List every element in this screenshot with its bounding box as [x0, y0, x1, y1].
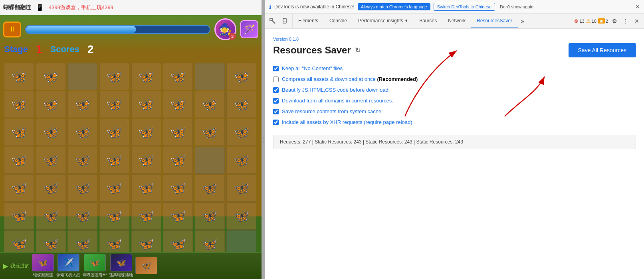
- grid-cell[interactable]: 🦋: [36, 119, 66, 146]
- close-notification-button[interactable]: ✕: [635, 4, 640, 10]
- grid-cell[interactable]: 🦋: [163, 147, 193, 174]
- grid-cell[interactable]: 🦋: [163, 202, 193, 230]
- grid-cell[interactable]: 🦋: [4, 91, 34, 118]
- option-text-2: Compress all assets & download at once (…: [282, 76, 418, 82]
- dont-show-again-link[interactable]: Don't show again: [500, 4, 533, 9]
- grid-cell[interactable]: 🦋: [131, 202, 161, 230]
- grid-cell[interactable]: 🦋: [4, 230, 34, 252]
- grid-cell[interactable]: 🦋: [4, 63, 34, 90]
- tab-performance[interactable]: Performance insights 𝚲: [353, 14, 414, 28]
- taskbar-item[interactable]: 🦋: [135, 257, 157, 275]
- grid-cell[interactable]: 🦋: [36, 147, 66, 174]
- grid-cell[interactable]: 🦋: [131, 91, 161, 118]
- grid-cell[interactable]: 🦋: [67, 175, 97, 202]
- settings-button[interactable]: ⚙: [610, 16, 619, 26]
- grid-cell[interactable]: 🦋: [195, 202, 225, 230]
- grid-cell[interactable]: 🦋: [67, 202, 97, 230]
- option-checkbox-4[interactable]: [273, 98, 279, 104]
- notification-text: DevTools is now available in Chinese!: [274, 4, 355, 10]
- option-text-4: Download from all domains in current res…: [282, 98, 393, 104]
- taskbar-thumb: 🦋: [32, 254, 54, 271]
- option-checkbox-2[interactable]: [273, 77, 279, 82]
- grid-cell[interactable]: 🦋: [226, 63, 256, 90]
- taskbar-item[interactable]: 🦋 逃离蝴蝶陆地: [109, 254, 133, 278]
- grid-cell[interactable]: 🦋: [163, 91, 193, 118]
- grid-cell[interactable]: 🦋: [67, 119, 97, 146]
- grid-cell[interactable]: 🦋: [226, 147, 256, 174]
- grid-cell[interactable]: 🦋: [4, 119, 34, 146]
- grid-cell[interactable]: 🦋: [163, 119, 193, 146]
- taskbar-text: 像素飞机大战: [56, 272, 80, 278]
- grid-cell[interactable]: 🦋: [99, 91, 129, 118]
- save-all-resources-button[interactable]: Save All Resources: [569, 43, 636, 57]
- grid-cell[interactable]: 🦋: [131, 230, 161, 252]
- grid-cell[interactable]: 🦋: [226, 91, 256, 118]
- grid-cell[interactable]: 🦋: [195, 119, 225, 146]
- grid-cell[interactable]: 🦋: [67, 91, 97, 118]
- taskbar-thumb: 🦋: [84, 254, 106, 271]
- game-hud: ⏸ 🧙 3 🪄: [0, 15, 262, 43]
- match-language-button[interactable]: Always match Chrome's language: [358, 3, 430, 10]
- switch-devtools-button[interactable]: Switch DevTools to Chinese: [434, 3, 495, 11]
- grid-cell[interactable]: [195, 63, 225, 90]
- grid-cell[interactable]: 🦋: [131, 119, 161, 146]
- grid-cell[interactable]: 🦋: [4, 202, 34, 230]
- grid-cell[interactable]: 🦋: [195, 175, 225, 202]
- grid-cell[interactable]: 🦋: [131, 147, 161, 174]
- grid-cell[interactable]: 🦋: [67, 147, 97, 174]
- game-title: 蝴蝶翻翻连: [3, 4, 31, 11]
- grid-cell[interactable]: 🦋: [226, 202, 256, 230]
- grid-cell[interactable]: 🦋: [163, 230, 193, 252]
- close-devtools-button[interactable]: ✕: [632, 16, 642, 26]
- taskbar-arrow-icon[interactable]: ▶: [3, 262, 8, 270]
- grid-cell[interactable]: 🦋: [4, 175, 34, 202]
- grid-cell[interactable]: [195, 147, 225, 174]
- grid-cell[interactable]: [67, 63, 97, 90]
- grid-cell[interactable]: 🦋: [99, 63, 129, 90]
- option-checkbox-3[interactable]: [273, 87, 279, 93]
- panel-divider[interactable]: [262, 0, 265, 279]
- grid-cell[interactable]: [226, 230, 256, 252]
- option-checkbox-1[interactable]: [273, 66, 279, 71]
- more-options-button[interactable]: ⋮: [621, 16, 630, 26]
- tab-elements[interactable]: Elements: [293, 14, 324, 28]
- tab-sources[interactable]: Sources: [414, 14, 442, 28]
- grid-cell[interactable]: 🦋: [226, 119, 256, 146]
- grid-cell[interactable]: 🦋: [36, 63, 66, 90]
- grid-cell[interactable]: 🦋: [99, 147, 129, 174]
- game-link[interactable]: 4399游戏盒，手机上玩4399: [49, 4, 113, 11]
- grid-cell[interactable]: 🦋: [99, 175, 129, 202]
- grid-cell[interactable]: 🦋: [4, 147, 34, 174]
- device-tool-button[interactable]: [279, 16, 290, 26]
- grid-cell[interactable]: 🦋: [163, 63, 193, 90]
- inspect-tool-button[interactable]: [268, 16, 278, 26]
- taskbar-item[interactable]: 🦋 蝴蝶连连看H5: [83, 254, 107, 278]
- grid-cell[interactable]: 🦋: [195, 91, 225, 118]
- grid-cell[interactable]: 🦋: [36, 91, 66, 118]
- grid-cell[interactable]: 🦋: [99, 230, 129, 252]
- tab-network[interactable]: Network: [442, 14, 471, 28]
- taskbar-item[interactable]: 🦋 蝴蝶翻翻连: [32, 254, 54, 278]
- more-tabs-button[interactable]: »: [518, 14, 527, 28]
- grid-cell[interactable]: 🦋: [226, 175, 256, 202]
- grid-cell[interactable]: 🦋: [131, 63, 161, 90]
- grid-cell[interactable]: 🦋: [36, 202, 66, 230]
- status-bar: Requests: 277 | Static Resources: 243 | …: [273, 135, 636, 149]
- game-content[interactable]: ⏸ 🧙 3 🪄 Stage 1 Scores 2 🦋: [0, 15, 262, 252]
- tab-console[interactable]: Console: [324, 14, 353, 28]
- grid-cell[interactable]: 🦋: [99, 202, 129, 230]
- grid-cell[interactable]: 🦋: [131, 175, 161, 202]
- tab-resourcessaver[interactable]: ResourcesSaver: [471, 14, 518, 28]
- refresh-icon[interactable]: ↻: [355, 46, 361, 55]
- pause-button[interactable]: ⏸: [3, 22, 21, 37]
- grid-cell[interactable]: 🦋: [67, 230, 97, 252]
- grid-cell[interactable]: 🦋: [163, 175, 193, 202]
- grid-cell[interactable]: 🦋: [36, 175, 66, 202]
- grid-cell[interactable]: 🦋: [195, 230, 225, 252]
- butterfly-grid[interactable]: 🦋 🦋 🦋 🦋 🦋 🦋 🦋 🦋 🦋 🦋 🦋 🦋 🦋 🦋 🦋: [4, 63, 258, 252]
- option-checkbox-6[interactable]: [273, 120, 279, 125]
- option-checkbox-5[interactable]: [273, 109, 279, 114]
- grid-cell[interactable]: 🦋: [36, 230, 66, 252]
- grid-cell[interactable]: 🦋: [99, 119, 129, 146]
- taskbar-item[interactable]: ✈️ 像素飞机大战: [56, 254, 80, 278]
